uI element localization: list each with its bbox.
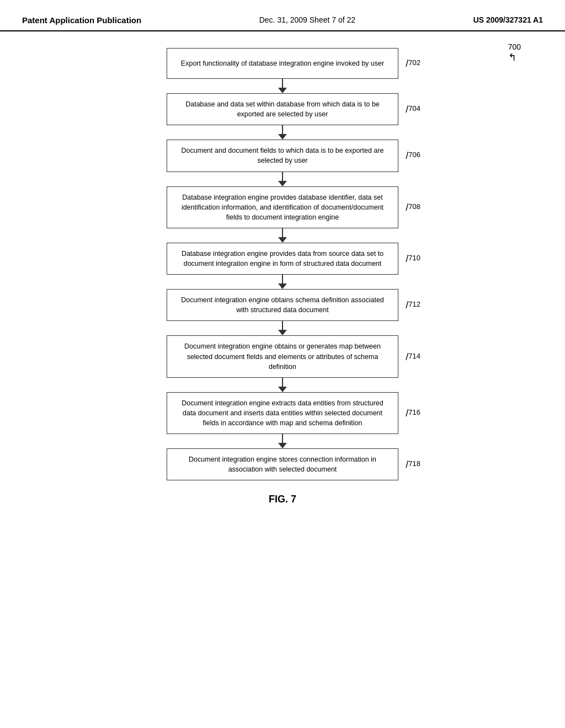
connector [33, 434, 532, 448]
step-label: /718 [406, 459, 420, 470]
step-box: Database integration engine provides dat… [167, 186, 398, 228]
step-label: /712 [406, 299, 420, 311]
flow-step: Database integration engine provides dat… [33, 243, 532, 275]
header-center: Dec. 31, 2009 Sheet 7 of 22 [259, 15, 355, 24]
step-box: Database integration engine provides dat… [167, 243, 398, 275]
connector [33, 275, 532, 289]
flow-step: Document integration engine obtains sche… [33, 289, 532, 321]
step-label: /710 [406, 253, 420, 265]
connector [33, 172, 532, 186]
step-box: Document integration engine extracts dat… [167, 392, 398, 434]
step-box: Document and document fields to which da… [167, 140, 398, 172]
flow-step: Export functionality of database integra… [33, 48, 532, 79]
step-box: Export functionality of database integra… [167, 48, 398, 79]
connector [33, 378, 532, 392]
step-label: /708 [406, 201, 420, 213]
step-box: Document integration engine obtains sche… [167, 289, 398, 321]
step-label: /716 [406, 407, 420, 419]
step-label: /702 [406, 58, 420, 69]
flow-step: Document integration engine extracts dat… [33, 392, 532, 434]
flow-step: Database integration engine provides dat… [33, 186, 532, 228]
page-header: Patent Application Publication Dec. 31, … [0, 0, 565, 31]
step-box: Document integration engine stores conne… [167, 448, 398, 480]
header-left: Patent Application Publication [22, 15, 141, 25]
step-label: /706 [406, 150, 420, 162]
flow-step: Document and document fields to which da… [33, 140, 532, 172]
flow-step: Document integration engine stores conne… [33, 448, 532, 480]
step-label: /704 [406, 104, 420, 115]
fig-label: FIG. 7 [269, 494, 296, 505]
flow-container: Export functionality of database integra… [33, 48, 532, 480]
step-box: Database and data set within database fr… [167, 93, 398, 125]
connector [33, 79, 532, 93]
step-box: Document integration engine obtains or g… [167, 335, 398, 377]
flow-step: Document integration engine obtains or g… [33, 335, 532, 377]
connector [33, 125, 532, 140]
flow-step: Database and data set within database fr… [33, 93, 532, 125]
diagram-area: 700 ↰ Export functionality of database i… [0, 31, 565, 516]
step-label: /714 [406, 351, 420, 362]
connector [33, 228, 532, 243]
header-right: US 2009/327321 A1 [473, 15, 543, 24]
connector [33, 321, 532, 335]
